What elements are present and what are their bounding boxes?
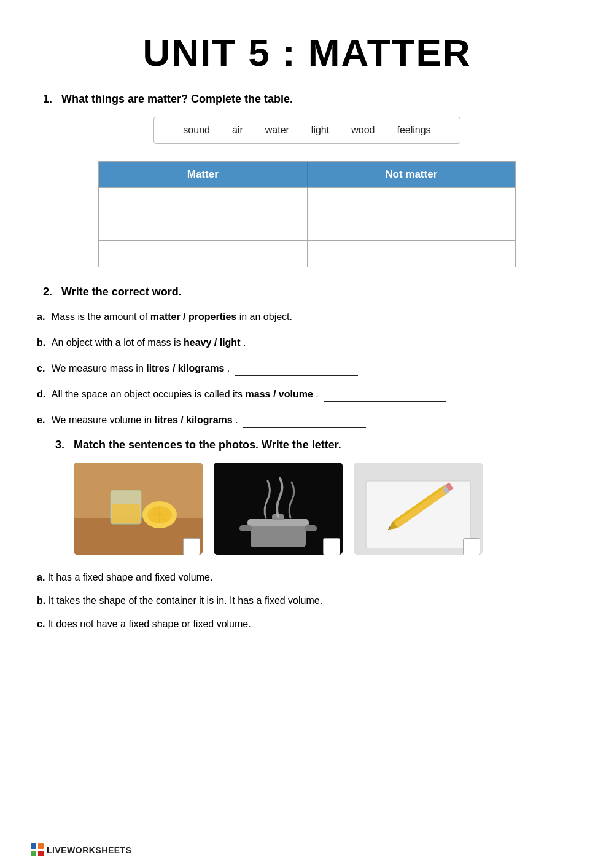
- section-1: 1. What things are matter? Complete the …: [37, 93, 577, 267]
- list-item: b. It takes the shape of the container i…: [37, 593, 577, 608]
- sentence-a-text: It has a fixed shape and fixed volume.: [48, 572, 213, 582]
- header-not-matter: Not matter: [308, 162, 516, 187]
- matter-cell-3a[interactable]: [99, 241, 308, 267]
- q-c-text-before: We measure mass in: [52, 363, 146, 373]
- section2-heading-text: Write the correct word.: [61, 286, 182, 298]
- sentence-a-letter: a.: [37, 572, 45, 582]
- svg-rect-3: [112, 504, 140, 523]
- list-item: a. Mass is the amount of matter / proper…: [37, 310, 577, 324]
- photo-item-3: [354, 463, 483, 558]
- section2-number: 2.: [43, 286, 52, 298]
- liveworksheets-logo: LIVEWORKSHEETS: [31, 843, 131, 857]
- question-letter-a: a.: [37, 311, 45, 322]
- matter-table: Matter Not matter: [98, 161, 516, 267]
- q-a-text-before: Mass is the amount of: [52, 311, 150, 322]
- svg-rect-11: [251, 524, 306, 547]
- photo-item-1: [74, 463, 203, 558]
- svg-rect-14: [239, 525, 252, 531]
- q-a-text-after: in an object.: [239, 311, 295, 322]
- table-row: [99, 240, 515, 267]
- not-matter-cell-3b[interactable]: [308, 241, 516, 267]
- page-title: UNIT 5 : MATTER: [37, 31, 577, 74]
- word-water: water: [265, 125, 289, 136]
- q-e-answer-line[interactable]: [243, 427, 366, 428]
- section1-heading: 1. What things are matter? Complete the …: [43, 93, 577, 106]
- q-a-options: matter / properties: [150, 311, 236, 322]
- table-row: [99, 214, 515, 240]
- logo-sq-blue: [31, 843, 36, 849]
- q-d-text-before: All the space an object occupies is call…: [52, 389, 246, 399]
- matter-cell-2a[interactable]: [99, 214, 308, 240]
- photo-1-checkbox[interactable]: [183, 538, 200, 555]
- not-matter-cell-2b[interactable]: [308, 214, 516, 240]
- list-item: e. We measure volume in litres / kilogra…: [37, 413, 577, 428]
- list-item: a. It has a fixed shape and fixed volume…: [37, 570, 577, 585]
- question-letter-d: d.: [37, 389, 45, 399]
- word-sound: sound: [183, 125, 210, 136]
- word-feelings: feelings: [397, 125, 430, 136]
- q-c-answer-line[interactable]: [235, 375, 358, 376]
- svg-rect-15: [305, 525, 317, 531]
- photo-2-checkbox[interactable]: [323, 538, 340, 555]
- list-item: c. It does not have a fixed shape or fix…: [37, 617, 577, 631]
- logo-sq-green: [31, 851, 36, 856]
- photo-3-checkbox[interactable]: [463, 538, 480, 555]
- q-d-options: mass / volume: [246, 389, 313, 399]
- photos-row: [74, 463, 577, 558]
- q-e-text-after: .: [235, 415, 241, 425]
- sentence-c-letter: c.: [37, 619, 45, 629]
- section2-heading: 2. Write the correct word.: [43, 286, 577, 299]
- section1-number: 1.: [43, 93, 52, 105]
- not-matter-cell-1b[interactable]: [308, 188, 516, 214]
- list-item: b. An object with a lot of mass is heavy…: [37, 335, 577, 350]
- q-b-text-before: An object with a lot of mass is: [52, 337, 184, 348]
- question-letter-c: c.: [37, 363, 45, 373]
- section-3: 3. Match the sentences to the photos. Wr…: [37, 439, 577, 631]
- matter-cell-1a[interactable]: [99, 188, 308, 214]
- sentence-b-text: It takes the shape of the container it i…: [49, 595, 322, 606]
- q-b-options: heavy / light: [184, 337, 240, 348]
- header-matter: Matter: [99, 162, 308, 187]
- word-light: light: [311, 125, 329, 136]
- matter-table-header: Matter Not matter: [99, 162, 515, 187]
- q-b-text-after: .: [243, 337, 249, 348]
- logo-sq-orange: [38, 843, 44, 849]
- footer-logo-text: LIVEWORKSHEETS: [47, 845, 131, 855]
- word-air: air: [232, 125, 243, 136]
- question-letter-e: e.: [37, 415, 45, 425]
- sentence-c-text: It does not have a fixed shape or fixed …: [48, 619, 251, 629]
- q-e-options: litres / kilograms: [155, 415, 233, 425]
- photo-item-2: [214, 463, 343, 558]
- logo-sq-red: [38, 851, 44, 856]
- word-bank: sound air water light wood feelings: [154, 117, 460, 144]
- section-2: 2. Write the correct word. a. Mass is th…: [37, 286, 577, 428]
- q-e-text-before: We measure volume in: [52, 415, 155, 425]
- q-c-options: litres / kilograms: [146, 363, 224, 373]
- footer: LIVEWORKSHEETS: [31, 843, 131, 857]
- q-c-text-after: .: [227, 363, 233, 373]
- match-sentences-list: a. It has a fixed shape and fixed volume…: [37, 570, 577, 631]
- question-list: a. Mass is the amount of matter / proper…: [37, 310, 577, 428]
- q-d-answer-line[interactable]: [324, 401, 446, 402]
- logo-squares: [31, 843, 44, 857]
- section3-heading-text: Match the sentences to the photos. Write…: [74, 439, 341, 451]
- section3-number: 3.: [55, 439, 64, 451]
- svg-rect-17: [366, 481, 470, 549]
- question-letter-b: b.: [37, 337, 45, 348]
- section1-heading-text: What things are matter? Complete the tab…: [61, 93, 293, 105]
- sentence-b-letter: b.: [37, 595, 45, 606]
- list-item: d. All the space an object occupies is c…: [37, 387, 577, 402]
- q-b-answer-line[interactable]: [251, 350, 374, 350]
- q-d-text-after: .: [316, 389, 321, 399]
- section3-heading: 3. Match the sentences to the photos. Wr…: [55, 439, 577, 452]
- word-wood: wood: [351, 125, 375, 136]
- table-row: [99, 187, 515, 214]
- q-a-answer-line[interactable]: [297, 324, 420, 324]
- list-item: c. We measure mass in litres / kilograms…: [37, 361, 577, 376]
